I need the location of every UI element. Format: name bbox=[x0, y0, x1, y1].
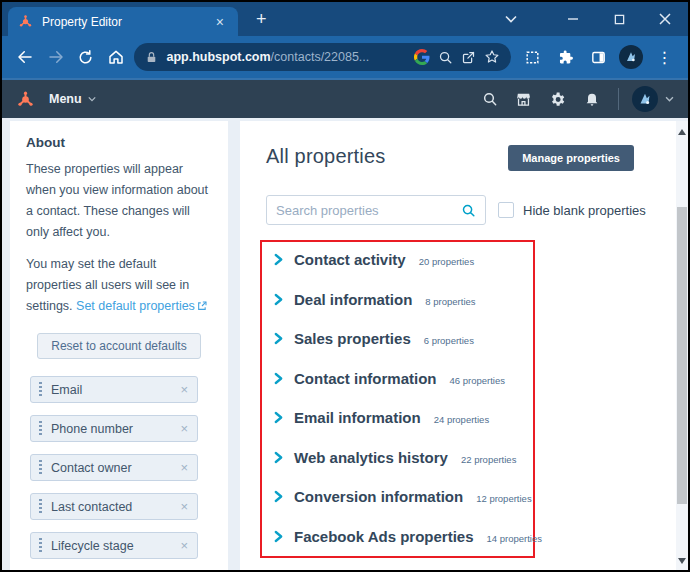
bookmark-star-icon[interactable] bbox=[484, 49, 500, 65]
maximize-button[interactable] bbox=[596, 2, 642, 36]
property-chip[interactable]: Lifecycle stage × bbox=[30, 532, 198, 559]
settings-gear-icon[interactable] bbox=[544, 86, 571, 113]
reload-icon[interactable] bbox=[71, 42, 101, 72]
scrollbar-thumb[interactable] bbox=[677, 207, 687, 504]
forward-icon[interactable] bbox=[40, 42, 70, 72]
drag-handle-icon[interactable] bbox=[39, 499, 42, 514]
browser-tab[interactable]: Property Editor × bbox=[8, 7, 238, 36]
sidebar-paragraph-2: You may set the default properties all u… bbox=[26, 254, 212, 317]
category-name: Contact information bbox=[294, 370, 437, 387]
hubspot-logo-icon[interactable] bbox=[16, 90, 35, 109]
page-content: About These properties will appear when … bbox=[2, 118, 688, 570]
category-count: 14 properties bbox=[487, 533, 542, 544]
extensions-puzzle-icon[interactable] bbox=[550, 42, 581, 72]
chevron-right-icon[interactable] bbox=[274, 253, 283, 266]
share-icon[interactable] bbox=[461, 50, 476, 65]
scroll-down-icon[interactable] bbox=[678, 558, 686, 564]
remove-chip-icon[interactable]: × bbox=[180, 539, 188, 552]
category-row[interactable]: Sales properties 6 properties bbox=[274, 330, 529, 347]
hubspot-favicon-icon bbox=[18, 14, 33, 29]
category-count: 20 properties bbox=[419, 256, 474, 267]
external-link-icon bbox=[197, 301, 207, 311]
category-count: 12 properties bbox=[476, 493, 531, 504]
manage-properties-button[interactable]: Manage properties bbox=[508, 145, 634, 171]
property-chip[interactable]: Phone number × bbox=[30, 415, 198, 442]
category-row[interactable]: Conversion information 12 properties bbox=[274, 488, 529, 505]
about-sidebar: About These properties will appear when … bbox=[10, 121, 228, 570]
remove-chip-icon[interactable]: × bbox=[180, 422, 188, 435]
tab-title: Property Editor bbox=[42, 15, 203, 29]
notifications-bell-icon[interactable] bbox=[578, 86, 605, 113]
remove-chip-icon[interactable]: × bbox=[180, 500, 188, 513]
property-chip[interactable]: Email × bbox=[30, 376, 198, 403]
search-icon[interactable] bbox=[476, 86, 503, 113]
category-name: Email information bbox=[294, 409, 421, 426]
lock-icon[interactable] bbox=[145, 51, 158, 64]
search-box bbox=[266, 195, 486, 225]
category-row[interactable]: Email information 24 properties bbox=[274, 409, 529, 426]
chip-label: Last contacted bbox=[51, 500, 171, 514]
property-chip[interactable]: Contact owner × bbox=[30, 454, 198, 481]
drag-handle-icon[interactable] bbox=[39, 460, 42, 475]
category-name: Conversion information bbox=[294, 488, 463, 505]
profile-avatar[interactable] bbox=[616, 42, 647, 72]
drag-handle-icon[interactable] bbox=[39, 421, 42, 436]
menu-dropdown[interactable]: Menu bbox=[49, 92, 96, 106]
category-name: Web analytics history bbox=[294, 449, 448, 466]
category-row[interactable]: Contact information 46 properties bbox=[274, 370, 529, 387]
scroll-up-icon[interactable] bbox=[678, 129, 686, 135]
account-avatar[interactable] bbox=[632, 86, 658, 112]
navbar-actions bbox=[476, 86, 674, 113]
screen-capture-icon[interactable] bbox=[517, 42, 548, 72]
property-chip[interactable]: Last contacted × bbox=[30, 493, 198, 520]
page-scrollbar[interactable] bbox=[676, 121, 688, 570]
search-input[interactable] bbox=[276, 203, 461, 218]
category-row[interactable]: Deal information 8 properties bbox=[274, 291, 529, 308]
category-row[interactable]: Contact activity 20 properties bbox=[274, 251, 529, 268]
chip-label: Email bbox=[51, 383, 171, 397]
google-icon[interactable] bbox=[414, 49, 430, 65]
search-icon[interactable] bbox=[461, 203, 476, 218]
chevron-right-icon[interactable] bbox=[274, 411, 283, 424]
set-default-properties-link[interactable]: Set default properties bbox=[76, 299, 207, 313]
browser-toolbar: app.hubspot.com/contacts/22085... bbox=[2, 36, 688, 80]
chevron-right-icon[interactable] bbox=[274, 293, 283, 306]
back-icon[interactable] bbox=[10, 42, 40, 72]
home-icon[interactable] bbox=[101, 42, 131, 72]
chevron-right-icon[interactable] bbox=[274, 530, 283, 543]
sidebar-heading: About bbox=[26, 135, 212, 150]
hide-blank-checkbox[interactable] bbox=[498, 202, 514, 218]
tab-search-icon[interactable] bbox=[488, 2, 534, 36]
tab-close-icon[interactable]: × bbox=[212, 13, 228, 31]
account-chevron-icon[interactable] bbox=[665, 96, 674, 102]
marketplace-icon[interactable] bbox=[510, 86, 537, 113]
drag-handle-icon[interactable] bbox=[39, 538, 42, 553]
drag-handle-icon[interactable] bbox=[39, 382, 42, 397]
category-count: 8 properties bbox=[425, 296, 475, 307]
browser-menu-icon[interactable]: ⋮ bbox=[649, 42, 680, 72]
chevron-right-icon[interactable] bbox=[274, 372, 283, 385]
chevron-right-icon[interactable] bbox=[274, 451, 283, 464]
reset-defaults-button[interactable]: Reset to account defaults bbox=[37, 333, 200, 359]
category-count: 24 properties bbox=[434, 414, 489, 425]
hide-blank-label: Hide blank properties bbox=[523, 203, 646, 218]
chevron-right-icon[interactable] bbox=[274, 490, 283, 503]
chevron-right-icon[interactable] bbox=[274, 332, 283, 345]
remove-chip-icon[interactable]: × bbox=[180, 461, 188, 474]
chip-label: Phone number bbox=[51, 422, 171, 436]
browser-titlebar: Property Editor × + bbox=[2, 2, 688, 36]
zoom-icon[interactable] bbox=[438, 50, 453, 65]
window-controls bbox=[488, 2, 688, 36]
category-name: Sales properties bbox=[294, 330, 411, 347]
minimize-button[interactable] bbox=[550, 2, 596, 36]
side-panel-icon[interactable] bbox=[583, 42, 614, 72]
default-properties-list: Email × Phone number × Contact owner × L… bbox=[26, 376, 212, 570]
remove-chip-icon[interactable]: × bbox=[180, 383, 188, 396]
category-row[interactable]: Web analytics history 22 properties bbox=[274, 449, 529, 466]
category-row[interactable]: Facebook Ads properties 14 properties bbox=[274, 528, 529, 545]
close-window-button[interactable] bbox=[642, 2, 688, 36]
new-tab-button[interactable]: + bbox=[250, 9, 273, 30]
sidebar-paragraph-1: These properties will appear when you vi… bbox=[26, 159, 212, 243]
address-bar[interactable]: app.hubspot.com/contacts/22085... bbox=[134, 43, 511, 71]
toolbar-extensions-area: ⋮ bbox=[517, 42, 680, 72]
